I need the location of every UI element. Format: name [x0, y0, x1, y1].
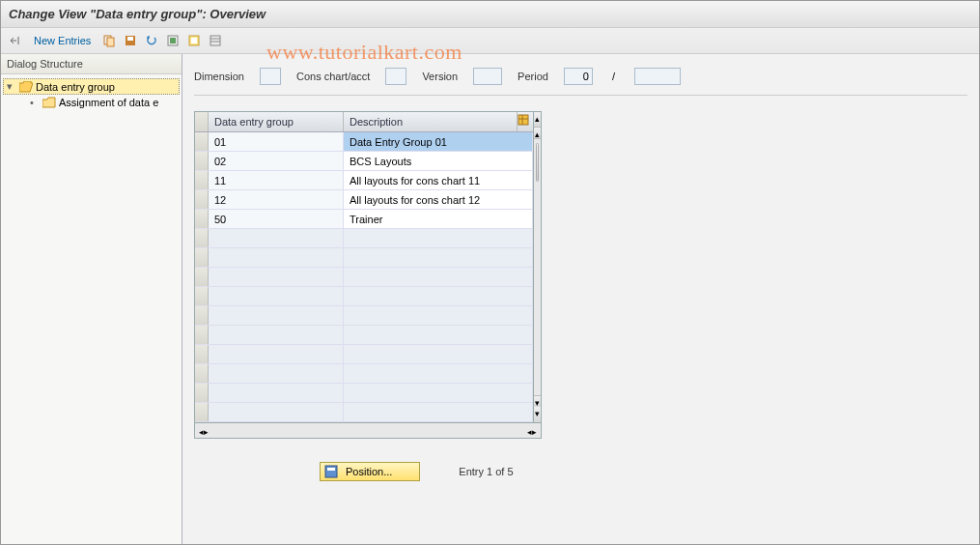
table-row-empty[interactable]: [195, 403, 533, 422]
row-header-corner[interactable]: [195, 112, 209, 131]
cell-empty[interactable]: [344, 268, 533, 286]
table-row-empty[interactable]: [195, 306, 533, 326]
cell-desc[interactable]: All layouts for cons chart 11: [344, 171, 533, 189]
scroll-thumb[interactable]: [536, 143, 539, 182]
cell-desc[interactable]: Trainer: [344, 210, 533, 228]
dimension-field[interactable]: [260, 68, 281, 85]
period-field[interactable]: 0: [564, 68, 593, 85]
version-field[interactable]: [473, 68, 502, 85]
hscroll-right2-icon[interactable]: ▸: [532, 427, 537, 437]
cell-empty[interactable]: [209, 268, 344, 286]
cell-code[interactable]: 12: [209, 190, 344, 209]
cell-desc[interactable]: All layouts for cons chart 12: [344, 190, 533, 209]
row-selector[interactable]: [195, 248, 209, 267]
hscroll-right-icon[interactable]: ▸: [204, 427, 209, 437]
copy-icon[interactable]: [100, 32, 118, 49]
cell-empty[interactable]: [344, 229, 533, 247]
vertical-scrollbar[interactable]: ▴ ▴ ▾ ▾: [534, 111, 542, 423]
cell-empty[interactable]: [209, 306, 344, 325]
table-row-empty[interactable]: [195, 287, 533, 306]
deselect-icon[interactable]: [185, 32, 203, 49]
tree-node-data-entry-group[interactable]: ▾ Data entry group: [3, 78, 180, 95]
collapse-icon[interactable]: ▾: [7, 80, 16, 93]
cell-empty[interactable]: [209, 326, 344, 344]
cons-field[interactable]: [385, 68, 406, 85]
cell-desc[interactable]: BCS Layouts: [344, 152, 533, 170]
table-row[interactable]: 50 Trainer: [195, 210, 533, 229]
position-button-label: Position...: [346, 466, 392, 477]
row-selector[interactable]: [195, 152, 209, 170]
svg-rect-7: [191, 38, 197, 43]
cell-empty[interactable]: [344, 248, 533, 267]
position-icon: [324, 465, 338, 478]
cell-empty[interactable]: [344, 326, 533, 344]
cell-code[interactable]: 50: [209, 210, 344, 228]
row-selector[interactable]: [195, 384, 209, 402]
save-icon[interactable]: [122, 32, 139, 49]
select-all-icon[interactable]: [164, 32, 182, 49]
period-slash: /: [612, 71, 615, 82]
row-selector[interactable]: [195, 132, 209, 151]
undo-icon[interactable]: [143, 32, 160, 49]
table-row-empty[interactable]: [195, 229, 533, 248]
period-field-2[interactable]: [634, 68, 681, 85]
row-selector[interactable]: [195, 364, 209, 383]
config-icon[interactable]: [207, 32, 224, 49]
cell-empty[interactable]: [209, 345, 344, 363]
table-row-empty[interactable]: [195, 268, 533, 287]
scroll-up-icon[interactable]: ▴: [534, 128, 541, 139]
table-row-empty[interactable]: [195, 384, 533, 403]
cell-empty[interactable]: [344, 364, 533, 383]
horizontal-scrollbar[interactable]: ◂▸ ◂▸: [194, 423, 542, 439]
cell-empty[interactable]: [209, 403, 344, 421]
row-selector[interactable]: [195, 306, 209, 325]
row-selector[interactable]: [195, 287, 209, 305]
table-row-empty[interactable]: [195, 364, 533, 384]
scroll-bottom-icon[interactable]: ▾: [534, 407, 541, 422]
row-selector[interactable]: [195, 210, 209, 228]
cell-empty[interactable]: [344, 287, 533, 305]
table-row[interactable]: 11 All layouts for cons chart 11: [195, 171, 533, 190]
position-button[interactable]: Position...: [320, 462, 420, 481]
cell-code[interactable]: 11: [209, 171, 344, 189]
toggle-icon[interactable]: [7, 32, 24, 49]
row-selector[interactable]: [195, 190, 209, 209]
row-selector[interactable]: [195, 326, 209, 344]
grid-header: Data entry group Description: [195, 112, 533, 132]
table-row-empty[interactable]: [195, 326, 533, 345]
cell-desc[interactable]: Data Entry Group 01: [344, 132, 533, 151]
cell-empty[interactable]: [344, 306, 533, 325]
period-label: Period: [518, 71, 548, 82]
row-selector[interactable]: [195, 229, 209, 247]
cell-code[interactable]: 01: [209, 132, 344, 151]
cell-code[interactable]: 02: [209, 152, 344, 170]
table-row-empty[interactable]: [195, 248, 533, 268]
cell-empty[interactable]: [209, 287, 344, 305]
folder-open-icon: [19, 81, 33, 93]
svg-rect-1: [107, 38, 114, 46]
scroll-top-icon[interactable]: ▴: [534, 112, 541, 128]
cell-empty[interactable]: [344, 345, 533, 363]
table-row[interactable]: 02 BCS Layouts: [195, 152, 533, 171]
row-selector[interactable]: [195, 345, 209, 363]
tree-node-assignment[interactable]: • Assignment of data e: [3, 95, 180, 110]
table-settings-icon[interactable]: [518, 112, 533, 131]
table-row[interactable]: 01 Data Entry Group 01: [195, 132, 533, 152]
svg-rect-11: [518, 115, 528, 125]
row-selector[interactable]: [195, 403, 209, 421]
scroll-down-icon[interactable]: ▾: [534, 395, 541, 407]
table-row-empty[interactable]: [195, 345, 533, 364]
table-row[interactable]: 12 All layouts for cons chart 12: [195, 190, 533, 210]
cell-empty[interactable]: [209, 364, 344, 383]
col-header-group[interactable]: Data entry group: [209, 112, 344, 131]
row-selector[interactable]: [195, 268, 209, 286]
row-selector[interactable]: [195, 171, 209, 189]
cell-empty[interactable]: [209, 384, 344, 402]
cell-empty[interactable]: [209, 229, 344, 247]
col-header-desc[interactable]: Description: [344, 112, 518, 131]
new-entries-button[interactable]: New Entries: [28, 33, 97, 48]
version-label: Version: [422, 71, 458, 82]
cell-empty[interactable]: [344, 384, 533, 402]
cell-empty[interactable]: [344, 403, 533, 421]
cell-empty[interactable]: [209, 248, 344, 267]
